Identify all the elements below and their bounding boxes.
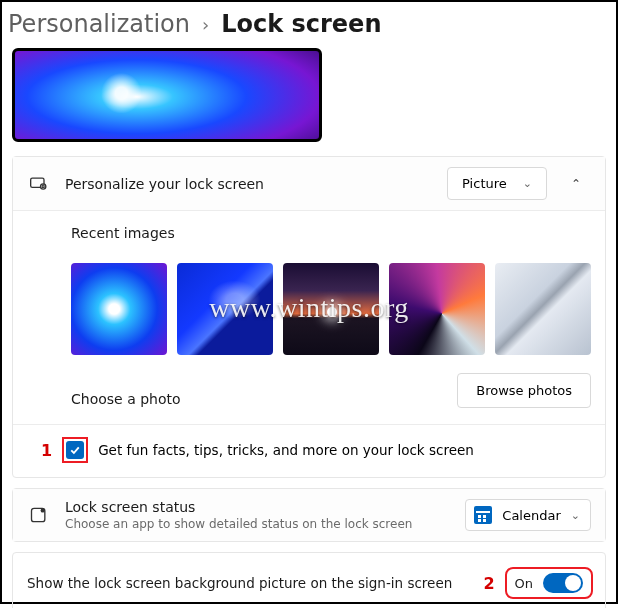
signin-toggle[interactable] [543,573,583,593]
status-icon [27,503,51,527]
breadcrumb-current: Lock screen [221,10,381,38]
choose-photo-label: Choose a photo [13,377,457,421]
status-subtitle: Choose an app to show detailed status on… [65,517,451,531]
personalize-title: Personalize your lock screen [65,176,433,192]
annotation-2: 2 [483,574,494,593]
recent-images-label: Recent images [13,211,605,255]
personalize-panel: Personalize your lock screen Picture ⌄ ⌃… [12,156,606,478]
collapse-button[interactable]: ⌃ [561,169,591,199]
dropdown-value: Picture [462,176,507,191]
status-title: Lock screen status [65,499,451,515]
recent-image-thumb[interactable] [495,263,591,355]
recent-images-list [13,255,605,373]
status-app-value: Calendar [502,508,560,523]
recent-image-thumb[interactable] [177,263,273,355]
breadcrumb-parent[interactable]: Personalization [8,10,190,38]
browse-photos-button[interactable]: Browse photos [457,373,591,408]
fun-facts-checkbox[interactable] [66,441,84,459]
calendar-icon [474,506,492,524]
annotation-1: 1 [41,441,52,460]
chevron-right-icon: › [202,14,209,35]
lock-screen-icon [27,172,51,196]
toggle-state-label: On [515,576,533,591]
annotation-highlight: On [505,567,593,599]
breadcrumb: Personalization › Lock screen [2,2,616,48]
signin-label: Show the lock screen background picture … [27,575,483,591]
chevron-down-icon: ⌄ [523,177,532,190]
chevron-down-icon: ⌄ [571,509,580,522]
fun-facts-label: Get fun facts, tips, tricks, and more on… [98,442,474,458]
recent-image-thumb[interactable] [389,263,485,355]
recent-image-thumb[interactable] [283,263,379,355]
lock-screen-preview [12,48,322,142]
chevron-up-icon: ⌃ [571,177,581,191]
svg-point-4 [41,508,45,512]
check-icon [69,444,81,456]
background-type-dropdown[interactable]: Picture ⌄ [447,167,547,200]
annotation-highlight [62,437,88,463]
signin-panel: Show the lock screen background picture … [12,552,606,608]
recent-image-thumb[interactable] [71,263,167,355]
status-app-dropdown[interactable]: Calendar ⌄ [465,499,591,531]
status-panel: Lock screen status Choose an app to show… [12,488,606,542]
